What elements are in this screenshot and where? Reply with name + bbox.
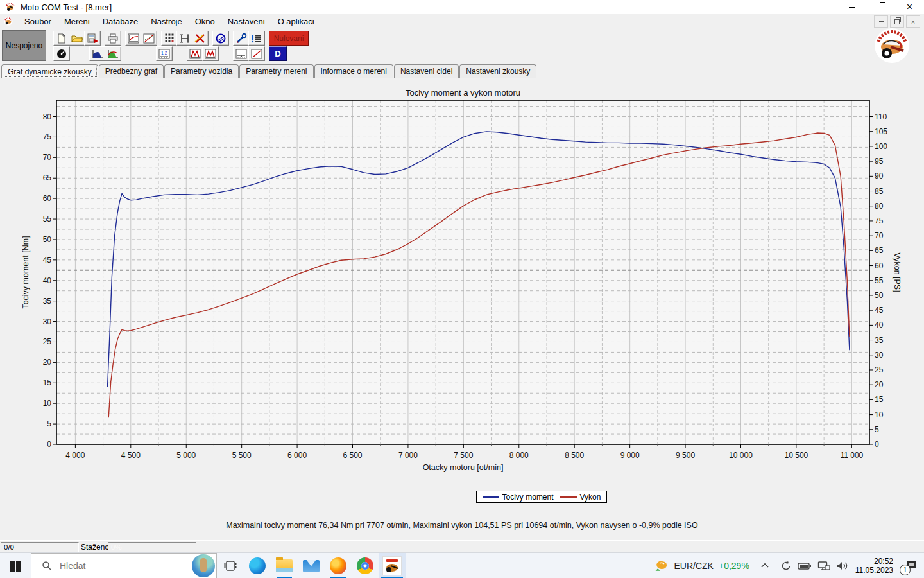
d-button[interactable]: D [269, 46, 287, 61]
menu-nastroje[interactable]: Nastroje [144, 15, 188, 28]
open-file-button[interactable] [69, 31, 85, 46]
taskbar-stocks-widget[interactable]: EUR/CZK +0,29% [647, 558, 756, 574]
edge-icon [249, 557, 266, 574]
taskbar-mail[interactable] [298, 553, 325, 578]
stock-change: +0,29% [719, 561, 749, 571]
print-button[interactable] [105, 31, 121, 46]
delete-measurement-button[interactable] [192, 31, 209, 46]
menu-databaze[interactable]: Databaze [96, 15, 145, 28]
svg-text:110: 110 [875, 112, 887, 121]
mail-icon [303, 560, 320, 572]
window-title: Moto COM Test - [8.mer] [21, 3, 112, 12]
file-explorer-icon [276, 559, 293, 572]
svg-text:60: 60 [875, 261, 884, 270]
svg-text:5 500: 5 500 [232, 451, 252, 460]
taskbar-edge[interactable] [244, 553, 271, 578]
m-graph-1-button[interactable] [187, 46, 203, 61]
stazeno-label: Staženo: [81, 543, 111, 552]
tab-nastaveni-zkousky[interactable]: Nastaveni zkousky [459, 64, 536, 78]
tab-informace-o-mereni[interactable]: Informace o mereni [314, 64, 393, 78]
open-file-icon [71, 33, 83, 44]
app-icon-small [4, 17, 13, 26]
m-graph-2-button[interactable] [202, 46, 219, 61]
tray-expand-button[interactable] [760, 561, 770, 571]
restore-button[interactable] [866, 0, 895, 14]
notification-center-button[interactable]: 1 [898, 553, 924, 578]
search-input[interactable] [58, 560, 170, 572]
save-export-button[interactable] [84, 31, 101, 46]
diagonal-graph-icon [250, 49, 263, 59]
x-axis-label: Otacky motoru [ot/min] [423, 463, 504, 472]
diagonal-graph-button[interactable] [248, 46, 265, 61]
mdi-minimize-button[interactable] [874, 15, 888, 28]
task-view-icon [223, 559, 237, 573]
stazeno-progress: 0% [108, 542, 196, 552]
gauge-button[interactable] [53, 46, 70, 61]
y-axis-left-label: Tocivy moment [Nm] [21, 236, 30, 308]
taskbar-file-explorer[interactable] [271, 553, 298, 578]
tray-network[interactable] [817, 560, 830, 572]
histogram-filter-button[interactable] [176, 31, 193, 46]
svg-text:80: 80 [875, 202, 884, 211]
chart-panel: 4 0004 5005 0005 5006 0006 5007 0007 500… [0, 78, 924, 540]
mdi-restore-button[interactable] [890, 15, 904, 28]
service-tools-button[interactable] [233, 31, 250, 46]
svg-text:90: 90 [875, 171, 884, 180]
svg-text:65: 65 [875, 246, 884, 255]
tab-nastaveni-cidel[interactable]: Nastaveni cidel [394, 64, 459, 78]
tab-predbezny-graf[interactable]: Predbezny graf [99, 64, 164, 78]
minimize-button[interactable] [837, 0, 866, 14]
svg-text:5: 5 [47, 419, 51, 428]
graph-preview-button[interactable] [125, 31, 142, 46]
tab-strip: Graf dynamicke zkouskyPredbezny grafPara… [0, 64, 924, 78]
baseline-graph-button[interactable] [233, 46, 250, 61]
svg-text:25: 25 [43, 337, 52, 346]
tray-volume[interactable] [836, 560, 849, 572]
search-highlight-art[interactable] [192, 554, 215, 577]
data-table-button[interactable] [248, 31, 265, 46]
menu-mereni[interactable]: Mereni [58, 15, 96, 28]
tab-parametry-mereni[interactable]: Parametry mereni [239, 64, 313, 78]
axis-numbering-button[interactable]: 1 2 [156, 46, 173, 61]
taskbar-clock[interactable]: 20:52 11.05.2023 [855, 557, 893, 575]
dyno-chart: 4 0004 5005 0005 5006 0006 5007 0007 500… [0, 78, 924, 540]
search-box[interactable] [31, 553, 217, 578]
taskbar-firefox[interactable] [325, 553, 352, 578]
start-button[interactable] [0, 553, 31, 578]
legend-swatch [560, 496, 577, 498]
taskbar-chrome[interactable] [352, 553, 379, 578]
tray-onedrive[interactable] [780, 560, 792, 572]
clock-date: 11.05.2023 [855, 566, 893, 575]
gauge-icon [55, 49, 68, 59]
stop-measurement-button[interactable] [212, 31, 229, 46]
toolbar: Nespojeno Nulovani D 1 2 [0, 28, 924, 64]
svg-text:9 000: 9 000 [620, 451, 640, 460]
stop-measurement-icon [214, 33, 227, 44]
area-graph-blue-button[interactable] [89, 46, 106, 61]
svg-text:30: 30 [43, 317, 52, 326]
axis-numbering-icon: 1 2 [158, 49, 171, 59]
menu-okno[interactable]: Okno [189, 15, 221, 28]
legend-label: Vykon [580, 493, 601, 502]
stocks-icon [654, 558, 669, 574]
graph-compare-button[interactable] [141, 31, 157, 46]
nulovani-button[interactable]: Nulovani [269, 31, 309, 46]
new-measurement-button[interactable] [53, 31, 70, 46]
menu-nastaveni[interactable]: Nastaveni [221, 15, 271, 28]
tray-battery[interactable] [798, 560, 812, 572]
taskbar-motocom[interactable] [379, 553, 406, 578]
svg-text:5 000: 5 000 [176, 451, 196, 460]
title-bar: Moto COM Test - [8.mer] × [0, 0, 924, 15]
mdi-close-button[interactable]: × [906, 15, 920, 28]
close-button[interactable]: × [895, 0, 924, 14]
menu-soubor[interactable]: Soubor [18, 15, 58, 28]
svg-text:40: 40 [43, 276, 52, 285]
svg-text:65: 65 [43, 173, 52, 182]
taskbar-task-view[interactable] [217, 553, 244, 578]
tab-graf-dynamicke-zkousky[interactable]: Graf dynamicke zkousky [1, 64, 98, 78]
menu-o-aplikaci[interactable]: O aplikaci [271, 15, 321, 28]
tab-parametry-vozidla[interactable]: Parametry vozidla [164, 64, 239, 78]
sensor-matrix-button[interactable] [161, 31, 178, 46]
svg-text:50: 50 [875, 291, 884, 300]
area-graph-green-button[interactable] [105, 46, 121, 61]
